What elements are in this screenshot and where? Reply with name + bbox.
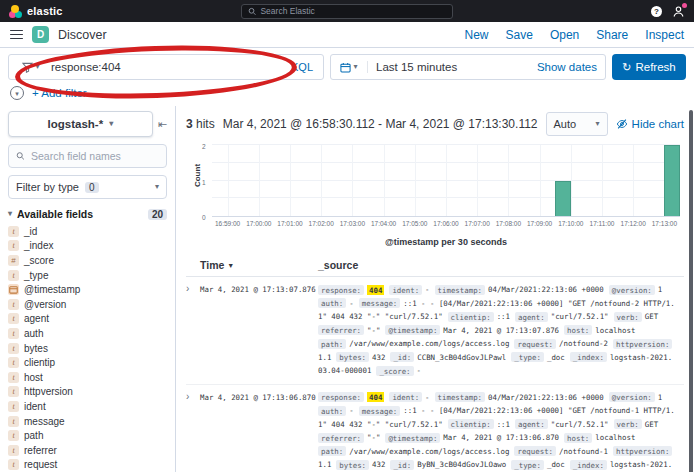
source-field-key: @version: [609, 285, 655, 295]
field-item-request[interactable]: trequest [8, 458, 167, 472]
table-body: ›Mar 4, 2021 @ 17:13:07.876response:404i… [186, 277, 684, 472]
query-input[interactable] [51, 61, 285, 73]
elastic-logo-text: elastic [27, 5, 63, 17]
global-search[interactable] [241, 4, 453, 19]
x-tick-label: 17:08:00 [496, 220, 521, 227]
filter-by-type-label: Filter by type [16, 181, 79, 193]
source-field-value: _doc [547, 460, 565, 469]
source-field-key: _score: [376, 366, 413, 376]
user-avatar[interactable] [672, 5, 685, 18]
expand-row-icon[interactable]: › [186, 391, 200, 472]
interval-select[interactable]: Auto ▾ [546, 112, 608, 136]
help-icon[interactable]: ? [651, 6, 662, 17]
date-field-icon [8, 284, 19, 295]
expand-row-icon[interactable]: › [186, 283, 200, 378]
filter-options-icon[interactable]: ▾ [10, 86, 24, 100]
histogram-bar[interactable] [664, 145, 680, 216]
action-inspect[interactable]: Inspect [645, 28, 684, 42]
datepicker-calendar-button[interactable]: ▾ [331, 62, 367, 73]
field-item-_index[interactable]: t_index [8, 239, 167, 254]
table-header-row: Time▼ _source [186, 256, 684, 277]
field-item-message[interactable]: tmessage [8, 414, 167, 429]
v-gridline [571, 145, 572, 216]
field-search[interactable] [8, 144, 167, 168]
field-item-ident[interactable]: tident [8, 399, 167, 414]
v-gridline [477, 145, 478, 216]
index-pattern-selector[interactable]: logstash-* ▾ [8, 111, 153, 137]
notification-dot [682, 3, 687, 8]
source-field-value: localhost [595, 326, 635, 335]
filter-by-type-accordion[interactable]: Filter by type 0 ▾ [8, 175, 167, 199]
string-field-icon: t [8, 401, 19, 412]
field-item-_score[interactable]: #_score [8, 253, 167, 268]
menu-icon[interactable] [10, 30, 23, 40]
available-fields-header[interactable]: ▾ Available fields 20 [8, 208, 167, 220]
field-item-@timestamp[interactable]: @timestamp [8, 282, 167, 297]
sidebar: logstash-* ▾ ⇤ Filter by type 0 ▾ ▾ Avai… [0, 106, 176, 472]
field-item-httpversion[interactable]: thttpversion [8, 385, 167, 400]
global-search-input[interactable] [260, 6, 446, 16]
source-field-key: agent: [515, 419, 548, 429]
chart-plot-area[interactable]: 012 [212, 145, 680, 217]
source-field-key: timestamp: [435, 285, 486, 295]
field-item-bytes[interactable]: tbytes [8, 341, 167, 356]
field-item-clientip[interactable]: tclientip [8, 355, 167, 370]
time-range-display[interactable]: Last 15 minutes Show dates [367, 61, 605, 73]
field-item-_id[interactable]: t_id [8, 224, 167, 239]
source-field-value: 1.1 [318, 460, 331, 469]
chevron-down-icon: ▾ [8, 210, 12, 218]
field-item-_type[interactable]: t_type [8, 268, 167, 283]
x-tick-label: 17:03:00 [340, 220, 365, 227]
source-field-key: _type: [511, 352, 544, 362]
field-name: agent [24, 313, 49, 324]
action-open[interactable]: Open [550, 28, 579, 42]
elastic-logo[interactable]: elastic [9, 5, 63, 18]
show-dates-button[interactable]: Show dates [537, 61, 597, 73]
field-search-input[interactable] [31, 150, 159, 162]
field-list: t_idt_index#_scoret_type@timestampt@vers… [8, 224, 167, 472]
field-name: ident [24, 401, 46, 412]
field-item-path[interactable]: tpath [8, 428, 167, 443]
string-field-icon: t [8, 386, 19, 397]
field-item-auth[interactable]: tauth [8, 326, 167, 341]
field-name: @version [24, 299, 66, 310]
source-field-key: ident: [389, 285, 422, 295]
add-filter-button[interactable]: + Add filter [32, 87, 87, 99]
vertical-scrollbar[interactable] [689, 110, 693, 472]
collapse-sidebar-icon[interactable]: ⇤ [158, 118, 167, 131]
query-language-button[interactable]: KQL [291, 61, 315, 73]
source-field-key: host: [564, 325, 592, 335]
navbar-actions: NewSaveOpenShareInspect [465, 28, 684, 42]
field-item-referrer[interactable]: treferrer [8, 443, 167, 458]
source-field-key: clientip: [448, 419, 494, 429]
field-name: _id [24, 226, 37, 237]
field-name: clientip [24, 357, 55, 368]
sort-desc-icon: ▼ [227, 262, 234, 269]
discover-app-icon[interactable]: D [32, 26, 49, 43]
action-new[interactable]: New [465, 28, 489, 42]
action-save[interactable]: Save [506, 28, 533, 42]
v-gridline [508, 145, 509, 216]
string-field-icon: t [8, 416, 19, 427]
string-field-icon: t [8, 430, 19, 441]
field-name: _type [24, 270, 48, 281]
documents-table: Time▼ _source ›Mar 4, 2021 @ 17:13:07.87… [186, 256, 684, 472]
action-share[interactable]: Share [596, 28, 628, 42]
field-item-agent[interactable]: tagent [8, 312, 167, 327]
source-field-key: _index: [570, 352, 607, 362]
source-field-key: ident: [389, 392, 422, 402]
source-field-key: referrer: [318, 325, 364, 335]
field-item-host[interactable]: thost [8, 370, 167, 385]
saved-query-menu-button[interactable]: ▾ [17, 62, 45, 73]
time-column-header[interactable]: Time▼ [200, 259, 318, 271]
source-field-value: ::1 [497, 420, 510, 429]
hide-chart-button[interactable]: Hide chart [616, 118, 684, 130]
refresh-button[interactable]: ↻ Refresh [612, 54, 686, 80]
field-item-@version[interactable]: t@version [8, 297, 167, 312]
v-gridline [228, 145, 229, 216]
x-axis-labels: 16:59:0017:00:0017:01:0017:02:0017:03:00… [212, 220, 680, 230]
string-field-icon: t [8, 270, 19, 281]
x-tick-label: 17:11:00 [590, 220, 615, 227]
histogram-bar[interactable] [555, 181, 571, 217]
source-field-value: /notfound-1 [559, 447, 608, 456]
